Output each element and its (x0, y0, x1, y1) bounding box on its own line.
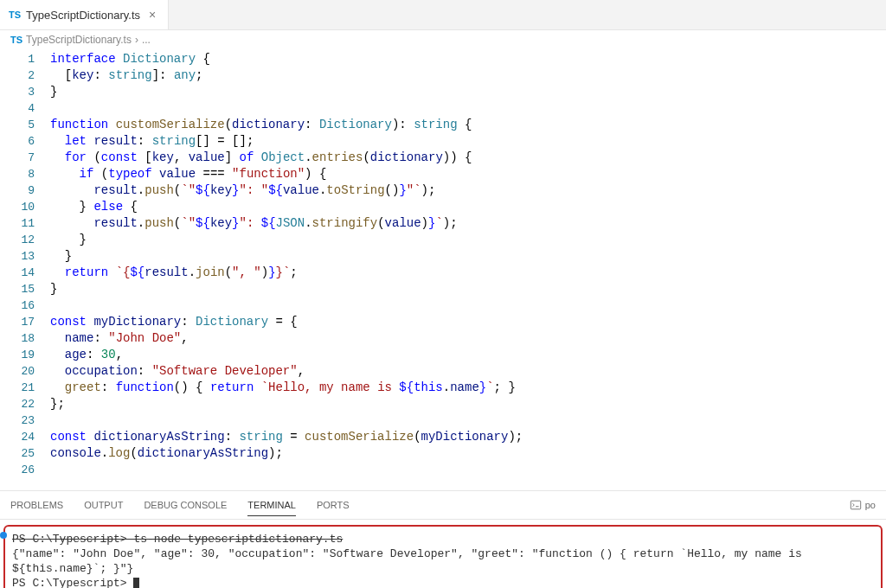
code-line[interactable]: 16 (0, 297, 886, 314)
code-content (50, 462, 886, 478)
code-content: let result: string[] = []; (50, 133, 886, 150)
line-number: 19 (0, 347, 50, 363)
line-number: 1 (0, 51, 50, 67)
code-line[interactable]: 12 } (0, 232, 886, 248)
line-number: 6 (0, 133, 50, 150)
code-line[interactable]: 18 name: "John Doe", (0, 330, 886, 347)
code-line[interactable]: 1interface Dictionary { (0, 51, 886, 67)
typescript-icon: TS (9, 10, 21, 20)
line-number: 10 (0, 199, 50, 215)
code-line[interactable]: 25console.log(dictionaryAsString); (0, 445, 886, 462)
code-content: function customSerialize(dictionary: Dic… (50, 117, 886, 133)
tab-filename: TypeScriptDictionary.ts (26, 9, 140, 22)
code-content: } (50, 84, 886, 100)
code-line[interactable]: 17const myDictionary: Dictionary = { (0, 314, 886, 330)
line-number: 14 (0, 265, 50, 281)
tab-problems[interactable]: PROBLEMS (10, 495, 63, 515)
code-content (50, 297, 886, 314)
terminal-shell-label: po (865, 500, 876, 510)
code-content: return `{${result.join(", ")}}`; (50, 265, 886, 281)
code-content: console.log(dictionaryAsString); (50, 445, 886, 462)
svg-rect-0 (851, 501, 860, 509)
code-content: } (50, 248, 886, 265)
code-content: age: 30, (50, 347, 886, 363)
terminal-line: PS C:\Typescript> (12, 576, 874, 588)
editor-tab-bar: TS TypeScriptDictionary.ts × (0, 0, 886, 30)
line-number: 23 (0, 412, 50, 429)
line-number: 3 (0, 84, 50, 100)
code-line[interactable]: 10 } else { (0, 199, 886, 215)
code-content: result.push(`"${key}": "${value.toString… (50, 182, 886, 199)
line-number: 24 (0, 429, 50, 445)
code-content: const dictionaryAsString: string = custo… (50, 429, 886, 445)
terminal-panel[interactable]: PS C:\Typescript> ts-node typescriptdict… (3, 525, 883, 588)
line-number: 17 (0, 314, 50, 330)
code-line[interactable]: 15} (0, 281, 886, 297)
line-number: 11 (0, 215, 50, 232)
code-line[interactable]: 13 } (0, 248, 886, 265)
code-line[interactable]: 20 occupation: "Software Developer", (0, 363, 886, 380)
code-content: [key: string]: any; (50, 67, 886, 84)
line-number: 18 (0, 330, 50, 347)
code-line[interactable]: 24const dictionaryAsString: string = cus… (0, 429, 886, 445)
code-content: for (const [key, value] of Object.entrie… (50, 150, 886, 166)
tab-terminal[interactable]: TERMINAL (247, 495, 296, 516)
line-number: 2 (0, 67, 50, 84)
tab-ports[interactable]: PORTS (317, 495, 350, 515)
code-line[interactable]: 3} (0, 84, 886, 100)
code-line[interactable]: 7 for (const [key, value] of Object.entr… (0, 150, 886, 166)
code-content: interface Dictionary { (50, 51, 886, 67)
terminal-line: PS C:\Typescript> ts-node typescriptdict… (12, 532, 874, 546)
code-content: } (50, 232, 886, 248)
terminal-cursor (133, 578, 139, 588)
active-indicator-icon (0, 532, 7, 539)
code-line[interactable]: 9 result.push(`"${key}": "${value.toStri… (0, 182, 886, 199)
code-line[interactable]: 6 let result: string[] = []; (0, 133, 886, 150)
terminal-line: {"name": "John Doe", "age": 30, "occupat… (12, 546, 874, 576)
code-line[interactable]: 22}; (0, 396, 886, 412)
code-line[interactable]: 14 return `{${result.join(", ")}}`; (0, 265, 886, 281)
terminal-icon (850, 499, 862, 511)
line-number: 16 (0, 297, 50, 314)
line-number: 5 (0, 117, 50, 133)
code-content: } else { (50, 199, 886, 215)
tab-output[interactable]: OUTPUT (84, 495, 123, 515)
line-number: 12 (0, 232, 50, 248)
chevron-right-icon: › (135, 34, 138, 46)
code-line[interactable]: 19 age: 30, (0, 347, 886, 363)
code-line[interactable]: 5function customSerialize(dictionary: Di… (0, 117, 886, 133)
close-icon[interactable]: × (145, 8, 159, 22)
line-number: 21 (0, 380, 50, 396)
line-number: 20 (0, 363, 50, 380)
line-number: 8 (0, 166, 50, 182)
line-number: 26 (0, 462, 50, 478)
breadcrumb-file: TypeScriptDictionary.ts (26, 34, 132, 46)
breadcrumb-rest: ... (142, 34, 151, 46)
line-number: 25 (0, 445, 50, 462)
line-number: 4 (0, 100, 50, 117)
code-line[interactable]: 26 (0, 462, 886, 478)
code-line[interactable]: 4 (0, 100, 886, 117)
code-content: }; (50, 396, 886, 412)
terminal-picker[interactable]: po (850, 499, 876, 511)
code-content: greet: function() { return `Hello, my na… (50, 380, 886, 396)
code-content: if (typeof value === "function") { (50, 166, 886, 182)
line-number: 9 (0, 182, 50, 199)
code-content: } (50, 281, 886, 297)
editor-tab-active[interactable]: TS TypeScriptDictionary.ts × (0, 0, 169, 29)
code-content: const myDictionary: Dictionary = { (50, 314, 886, 330)
code-line[interactable]: 21 greet: function() { return `Hello, my… (0, 380, 886, 396)
tab-debug-console[interactable]: DEBUG CONSOLE (144, 495, 227, 515)
code-line[interactable]: 23 (0, 412, 886, 429)
code-line[interactable]: 8 if (typeof value === "function") { (0, 166, 886, 182)
code-editor[interactable]: 1interface Dictionary {2 [key: string]: … (0, 49, 886, 485)
line-number: 22 (0, 396, 50, 412)
typescript-icon: TS (10, 35, 22, 45)
code-content: occupation: "Software Developer", (50, 363, 886, 380)
code-content (50, 100, 886, 117)
line-number: 13 (0, 248, 50, 265)
line-number: 7 (0, 150, 50, 166)
code-line[interactable]: 11 result.push(`"${key}": ${JSON.stringi… (0, 215, 886, 232)
code-line[interactable]: 2 [key: string]: any; (0, 67, 886, 84)
breadcrumb[interactable]: TS TypeScriptDictionary.ts › ... (0, 30, 886, 49)
